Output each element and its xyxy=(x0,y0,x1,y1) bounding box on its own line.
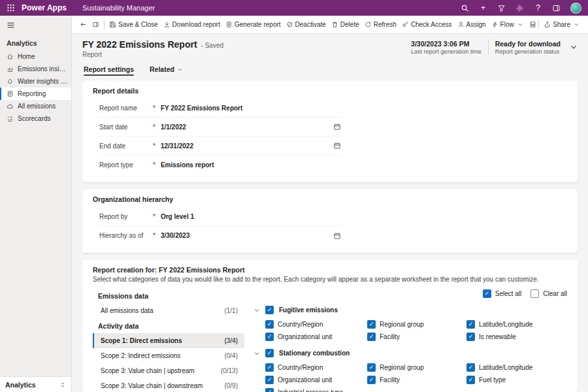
worksheet-field-checkbox[interactable]: ✓Is renewable xyxy=(466,333,567,341)
worksheet-field-checkbox[interactable]: ✓Latitude/Longitude xyxy=(466,363,567,372)
chevron-down-icon xyxy=(177,67,183,73)
category-group-header: Emissions data xyxy=(93,288,244,303)
worksheet-group-fugitive-emissions: ✓ Fugitive emissions ✓Country/Region ✓Re… xyxy=(253,306,567,341)
section-title: Report details xyxy=(93,87,567,95)
sidebar-section-label: Analytics xyxy=(0,34,71,50)
select-all-checkbox[interactable]: ✓ Select all xyxy=(483,289,522,298)
sidebar-item-water-insights[interactable]: Water insights (previ… xyxy=(0,75,71,88)
category-item-scope3-upstream[interactable]: Scope 3: Value chain | upstream (0/13) xyxy=(93,363,244,378)
word-templates-menu-button[interactable]: Word Templates xyxy=(527,18,537,32)
save-icon xyxy=(109,21,116,28)
worksheet-field-checkbox[interactable]: ✓Regional group xyxy=(367,363,464,372)
sidebar-item-scorecards[interactable]: Scorecards xyxy=(0,112,71,125)
worksheet-field-checkbox[interactable]: ✓Facility xyxy=(367,333,464,341)
worksheet-group-title: Stationary combustion xyxy=(279,350,350,357)
user-avatar[interactable] xyxy=(570,3,581,14)
worksheet-field-checkbox[interactable]: ✓Facility xyxy=(367,376,464,384)
refresh-icon xyxy=(365,21,372,28)
header-collapse-chevron-icon[interactable] xyxy=(570,43,578,51)
category-item-scope3-downstream[interactable]: Scope 3: Value chain | downstream (0/9) xyxy=(93,378,244,392)
save-and-close-button[interactable]: Save & Close xyxy=(106,18,161,32)
open-pane-button[interactable] xyxy=(90,18,102,32)
hierarchy-as-of-value[interactable]: 3/30/2023 xyxy=(161,232,333,239)
filter-icon[interactable] xyxy=(497,4,506,12)
download-report-button[interactable]: Download report xyxy=(161,18,223,32)
deactivate-button[interactable]: Deactivate xyxy=(284,18,329,32)
selection-count: (0/4) xyxy=(224,352,238,359)
checkbox-unchecked-icon[interactable] xyxy=(531,289,539,298)
clear-all-checkbox[interactable]: Clear all xyxy=(531,289,567,298)
category-list: Emissions data All emissions data (1/1) … xyxy=(93,288,244,392)
hamburger-menu-icon[interactable] xyxy=(0,16,71,34)
app-name[interactable]: Power Apps xyxy=(22,3,67,12)
delete-button[interactable]: Delete xyxy=(329,18,362,32)
help-icon[interactable]: ? xyxy=(534,4,542,12)
required-asterisk: * xyxy=(153,213,155,220)
tab-related[interactable]: Related xyxy=(148,63,184,78)
form-content: Report details Report name * FY 2022 Emi… xyxy=(72,78,588,392)
report-type-value[interactable]: Emissions report xyxy=(161,161,341,169)
waffle-menu-icon[interactable] xyxy=(7,4,15,12)
download-icon xyxy=(163,21,171,28)
collapse-chevron-icon[interactable] xyxy=(253,307,260,314)
worksheet-field-checkbox[interactable]: ✓Latitude/Longitude xyxy=(466,320,567,329)
sidebar-item-reporting[interactable]: Reporting xyxy=(0,88,71,100)
check-access-button[interactable]: Check Access xyxy=(399,18,455,32)
category-item-scope1[interactable]: Scope 1: Direct emissions (3/4) xyxy=(93,333,244,348)
generate-report-icon xyxy=(225,21,233,28)
report-name-value[interactable]: FY 2022 Emissions Report xyxy=(161,105,341,112)
assign-button[interactable]: Assign xyxy=(455,18,489,32)
worksheet-field-checkbox[interactable]: ✓Country/Region xyxy=(265,320,365,329)
selection-count: (0/13) xyxy=(221,367,238,374)
calendar-icon[interactable] xyxy=(333,142,341,150)
worksheet-field-checkbox[interactable]: ✓Country/Region xyxy=(265,363,365,372)
collapse-chevron-icon[interactable] xyxy=(253,350,260,357)
refresh-button[interactable]: Refresh xyxy=(362,18,399,32)
field-hierarchy-as-of: Hierarchy as of * 3/30/2023 xyxy=(99,226,341,245)
settings-gear-icon[interactable] xyxy=(515,4,524,12)
category-item-all-emissions-data[interactable]: All emissions data (1/1) xyxy=(93,303,244,318)
share-button[interactable]: Share xyxy=(541,18,583,32)
field-report-type: Report type * Emissions report xyxy=(99,155,341,174)
field-report-name: Report name * FY 2022 Emissions Report xyxy=(99,99,341,118)
environment-name[interactable]: Sustainability Manager xyxy=(82,4,155,12)
worksheet-field-checkbox[interactable]: ✓Fuel type xyxy=(466,376,567,384)
sidebar-item-home[interactable]: Home xyxy=(0,50,71,63)
top-bar-actions: + ? xyxy=(461,3,581,14)
calendar-icon[interactable] xyxy=(333,232,341,240)
field-start-date: Start date * 1/1/2022 xyxy=(99,118,341,137)
generate-report-button[interactable]: Generate report xyxy=(223,18,284,32)
worksheet-field-checkbox[interactable]: ✓Organizational unit xyxy=(265,333,365,341)
group-checkbox[interactable]: ✓ xyxy=(265,349,274,357)
selection-count: (0/9) xyxy=(224,382,238,389)
start-date-value[interactable]: 1/1/2022 xyxy=(161,123,333,131)
back-button[interactable] xyxy=(77,18,90,32)
sidebar-item-all-emissions[interactable]: All emissions xyxy=(0,100,71,112)
side-panes-icon[interactable] xyxy=(552,4,561,12)
report-by-value[interactable]: Org level 1 xyxy=(161,213,341,220)
worksheet-field-checkbox[interactable]: ✓Regional group xyxy=(367,320,464,329)
end-date-value[interactable]: 12/31/2022 xyxy=(161,142,333,150)
chevron-down-icon xyxy=(517,22,524,27)
plus-icon[interactable]: + xyxy=(479,4,487,12)
checkbox-checked-icon[interactable]: ✓ xyxy=(483,289,491,298)
category-item-scope2[interactable]: Scope 2: Indirect emissions (0/4) xyxy=(93,348,244,363)
worksheet-field-checkbox[interactable]: ✓Organizational unit xyxy=(265,376,365,384)
chevron-down-icon xyxy=(573,22,580,27)
search-icon[interactable] xyxy=(461,4,469,12)
worksheet-field-checkbox[interactable]: ✓Industrial process type xyxy=(265,388,365,392)
person-icon xyxy=(457,21,465,28)
report-creation-description: Select what categories of data you would… xyxy=(93,276,567,283)
trash-icon xyxy=(331,21,338,28)
key-icon xyxy=(402,21,409,28)
generation-status: Ready for download Report generation sta… xyxy=(495,40,561,55)
last-generation-time: 3/30/2023 3:06 PM Last report generation… xyxy=(411,40,482,55)
calendar-icon[interactable] xyxy=(333,123,341,131)
sidebar-item-emissions-insights[interactable]: Emissions insights xyxy=(0,63,71,75)
area-switcher[interactable]: Analytics xyxy=(0,376,71,392)
group-checkbox[interactable]: ✓ xyxy=(265,306,274,314)
flow-menu-button[interactable]: Flow xyxy=(489,18,527,32)
tab-report-settings[interactable]: Report settings xyxy=(82,63,135,78)
required-asterisk: * xyxy=(153,142,155,150)
area-switcher-label: Analytics xyxy=(5,381,36,389)
